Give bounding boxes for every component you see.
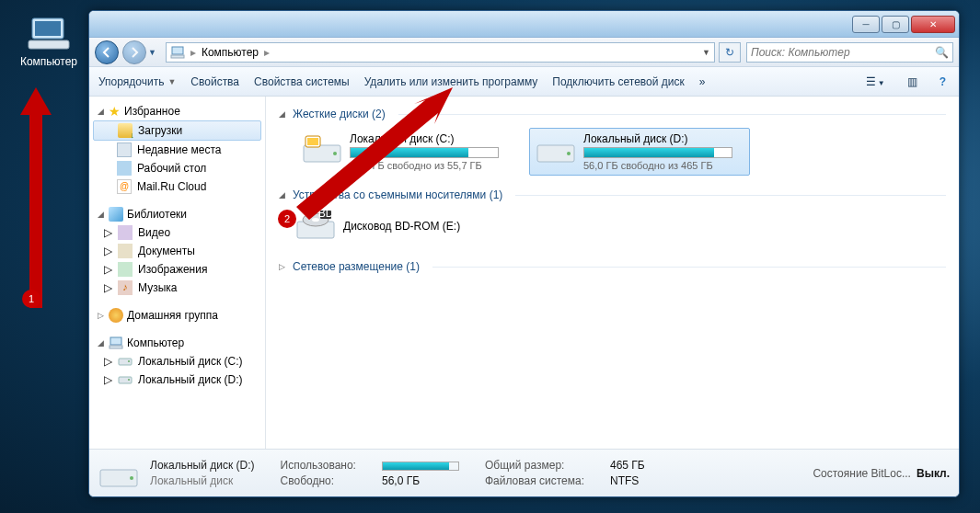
star-icon: ★: [109, 104, 121, 119]
status-used-k: Использовано:: [281, 459, 356, 472]
drive-icon: [118, 372, 133, 387]
video-icon: [118, 225, 133, 240]
bdrom-drive[interactable]: BD Дисковод BD-ROM (E:): [295, 209, 946, 244]
sidebar-item-documents[interactable]: ▷Документы: [89, 242, 265, 260]
svg-marker-3: [20, 87, 52, 308]
refresh-button[interactable]: ↻: [719, 42, 741, 63]
search-box[interactable]: 🔍: [746, 42, 953, 63]
status-total-k: Общий размер:: [485, 459, 584, 472]
sidebar-item-music[interactable]: ▷♪Музыка: [89, 279, 265, 297]
breadcrumb-sep-icon[interactable]: ▸: [189, 46, 198, 59]
music-icon: ♪: [118, 280, 133, 295]
drive-label: Локальный диск (D:): [583, 132, 732, 145]
svg-rect-8: [110, 346, 122, 348]
svg-point-25: [130, 476, 133, 480]
help-button[interactable]: ?: [936, 74, 950, 90]
svg-rect-2: [29, 40, 69, 49]
svg-rect-1: [35, 21, 61, 36]
drive-c[interactable]: Локальный диск (C:) 11,0 ГБ свободно из …: [295, 128, 516, 176]
sidebar-favorites[interactable]: ◢★Избранное: [89, 102, 265, 120]
system-properties-button[interactable]: Свойства системы: [254, 75, 350, 88]
svg-point-14: [333, 152, 337, 155]
annotation-arrow-1: [20, 87, 52, 308]
sidebar-homegroup[interactable]: ▷Домашняя группа: [89, 306, 265, 325]
sidebar-item-video[interactable]: ▷Видео: [89, 223, 265, 242]
map-network-drive-button[interactable]: Подключить сетевой диск: [552, 75, 684, 88]
sidebar-libraries[interactable]: ◢Библиотеки: [89, 205, 265, 223]
drive-icon: [536, 132, 576, 167]
drive-d[interactable]: Локальный диск (D:) 56,0 ГБ свободно из …: [529, 128, 750, 176]
drive-label: Локальный диск (C:): [350, 132, 499, 145]
desktop-icon: [117, 161, 132, 176]
sidebar-item-downloads[interactable]: Загрузки: [93, 120, 261, 141]
recent-icon: [117, 142, 132, 157]
history-dropdown-icon[interactable]: ▼: [148, 48, 156, 57]
pictures-icon: [118, 262, 133, 277]
sidebar-item-pictures[interactable]: ▷Изображения: [89, 260, 265, 279]
sidebar-item-recent[interactable]: Недавние места: [89, 141, 265, 159]
svg-point-12: [128, 379, 130, 381]
properties-button[interactable]: Свойства: [190, 75, 239, 88]
svg-text:BD: BD: [318, 209, 334, 220]
address-dropdown-icon[interactable]: ▼: [702, 48, 710, 57]
cloud-icon: @: [117, 179, 132, 194]
titlebar: ─ ▢ ✕: [89, 11, 959, 38]
svg-rect-5: [172, 47, 183, 54]
sidebar-item-desktop[interactable]: Рабочий стол: [89, 159, 265, 177]
refresh-icon: ↻: [725, 46, 734, 59]
explorer-window: ─ ▢ ✕ ▼ ▸ Компьютер ▸ ▼ ↻ 🔍 Упорядочить …: [88, 10, 960, 497]
svg-rect-6: [171, 55, 184, 58]
breadcrumb-sep-icon[interactable]: ▸: [262, 46, 271, 59]
svg-rect-16: [307, 138, 318, 145]
minimize-button[interactable]: ─: [852, 16, 880, 33]
sidebar-item-disk-c[interactable]: ▷Локальный диск (C:): [89, 352, 265, 370]
address-bar[interactable]: ▸ Компьютер ▸ ▼: [166, 42, 715, 63]
section-removable[interactable]: ◢Устройства со съемными носителями (1): [279, 188, 946, 201]
status-free-k: Свободно:: [281, 474, 356, 487]
uninstall-program-button[interactable]: Удалить или изменить программу: [364, 75, 538, 88]
usage-bar: [583, 147, 732, 158]
search-icon[interactable]: 🔍: [935, 46, 949, 59]
status-used-bar: [382, 459, 459, 472]
drive-icon: [118, 354, 133, 369]
help-icon: ?: [940, 75, 946, 88]
drive-sub: 56,0 ГБ свободно из 465 ГБ: [583, 160, 732, 171]
breadcrumb-computer[interactable]: Компьютер: [202, 46, 259, 59]
status-total-v: 465 ГБ: [610, 459, 645, 472]
status-free-v: 56,0 ГБ: [382, 474, 459, 487]
downloads-icon: [118, 123, 133, 138]
bdrom-label: Дисковод BD-ROM (E:): [343, 220, 460, 233]
sidebar-item-mailru[interactable]: @Mail.Ru Cloud: [89, 177, 265, 196]
forward-button[interactable]: [122, 40, 146, 64]
status-bitlocker-k: Состояние BitLoc...: [813, 467, 911, 480]
organize-button[interactable]: Упорядочить ▼: [98, 75, 176, 88]
computer-icon: [27, 15, 71, 51]
drive-sub: 11,0 ГБ свободно из 55,7 ГБ: [350, 160, 499, 171]
pane-icon: ▥: [907, 75, 917, 88]
desktop-computer-icon[interactable]: Компьютер: [17, 15, 81, 68]
sidebar-computer[interactable]: ◢Компьютер: [89, 334, 265, 352]
drive-icon: [98, 455, 139, 492]
status-sub: Локальный диск: [150, 474, 255, 487]
libraries-icon: [109, 207, 123, 222]
view-options-button[interactable]: ☰ ▼: [862, 74, 889, 90]
annotation-badge-1: 1: [22, 290, 40, 308]
close-button[interactable]: ✕: [911, 16, 955, 33]
section-network[interactable]: ▷Сетевое размещение (1): [279, 260, 946, 273]
toolbar-overflow-button[interactable]: »: [699, 75, 706, 88]
chevron-down-icon: ▼: [167, 77, 176, 86]
homegroup-icon: [109, 308, 123, 323]
toolbar: Упорядочить ▼ Свойства Свойства системы …: [89, 67, 959, 97]
svg-point-18: [567, 152, 571, 155]
preview-pane-button[interactable]: ▥: [904, 74, 921, 90]
sidebar-item-disk-d[interactable]: ▷Локальный диск (D:): [89, 370, 265, 389]
maximize-button[interactable]: ▢: [882, 16, 909, 33]
back-button[interactable]: [95, 40, 119, 64]
view-icon: ☰: [866, 75, 876, 88]
search-input[interactable]: [751, 46, 935, 59]
desktop-computer-label: Компьютер: [17, 55, 81, 68]
status-fs-v: NTFS: [610, 474, 645, 487]
status-fs-k: Файловая система:: [485, 474, 584, 487]
section-hard-disks[interactable]: ◢Жесткие диски (2): [279, 108, 946, 120]
svg-rect-7: [110, 337, 121, 345]
